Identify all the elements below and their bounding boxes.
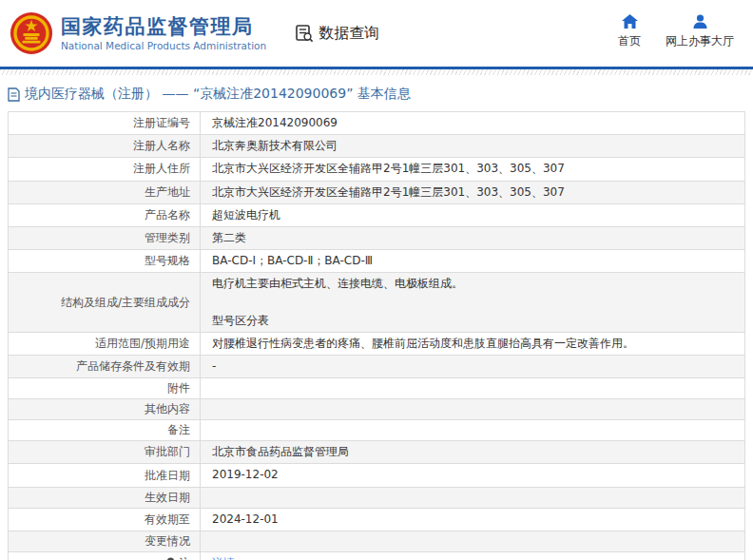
table-row: 批准日期2019-12-02	[9, 464, 744, 487]
row-label: 注册证编号	[9, 112, 201, 134]
row-label: 适用范围/预期用途	[9, 333, 201, 355]
row-label-text: 管理类别	[145, 230, 190, 246]
site-header: 国家药品监督管理局 National Medical Products Admi…	[0, 0, 753, 67]
row-label-text: 有效期至	[145, 512, 190, 528]
nav-home-label: 首页	[618, 33, 641, 49]
table-row: 生产地址北京市大兴区经济开发区全辅路甲2号1幢三层301、303、305、307	[9, 182, 744, 204]
nav-service-hall-label: 网上办事大厅	[666, 33, 734, 49]
row-value-text: 电疗机主要由柜式主机、连接电缆、电极板组成。 型号区分表	[212, 275, 463, 330]
info-table: 注册证编号京械注准20142090069注册人名称北京奔奥新技术有限公司注册人住…	[8, 111, 745, 560]
table-row: 注册人名称北京奔奥新技术有限公司	[9, 135, 744, 158]
nav-home[interactable]: 首页	[618, 14, 641, 49]
row-value	[201, 399, 744, 419]
row-label-text: 附件	[167, 380, 190, 396]
row-label: 生产地址	[9, 182, 201, 203]
logo-block: 国家药品监督管理局 National Medical Products Admi…	[10, 11, 266, 55]
table-row: 有效期至2024-12-01	[9, 509, 744, 531]
row-value: 超短波电疗机	[201, 204, 744, 226]
row-value: 对腰椎退行性病变患者的疼痛、腰椎前屈活动度和患肢直腿抬高具有一定改善作用。	[201, 333, 744, 355]
row-label: 备注	[9, 420, 201, 440]
row-value-text: 第二类	[212, 229, 246, 247]
row-value-text: 北京市食品药品监督管理局	[212, 443, 349, 461]
row-label: 生效日期	[9, 488, 201, 508]
row-label-text: 生效日期	[145, 490, 190, 506]
page-title: 境内医疗器械（注册） —— “京械注准20142090069” 基本信息	[25, 86, 411, 103]
row-label-text: 产品储存条件及有效期	[76, 358, 190, 375]
data-query-label: 数据查询	[319, 24, 379, 44]
row-value-text: 北京奔奥新技术有限公司	[212, 137, 338, 155]
row-label: 产品储存条件及有效期	[9, 356, 201, 377]
row-label-text: 产品名称	[145, 207, 190, 223]
row-value: 北京市食品药品监督管理局	[201, 441, 744, 463]
row-label-text: 注册证编号	[133, 115, 190, 131]
table-row: 产品储存条件及有效期-	[9, 356, 744, 378]
right-nav: 首页 网上办事大厅	[618, 14, 734, 49]
org-name-en: National Medical Products Administration	[61, 40, 266, 51]
row-value: 详情	[201, 552, 744, 560]
table-row: 变更情况	[9, 531, 744, 552]
row-value: 京械注准20142090069	[201, 112, 744, 134]
row-value: 2024-12-01	[201, 509, 744, 531]
table-row: 适用范围/预期用途对腰椎退行性病变患者的疼痛、腰椎前屈活动度和患肢直腿抬高具有一…	[9, 333, 744, 356]
row-label: 变更情况	[9, 531, 201, 551]
row-label-text: 其他内容	[145, 401, 190, 417]
nav-service-hall[interactable]: 网上办事大厅	[666, 14, 734, 49]
row-label-text: 注	[179, 555, 190, 560]
row-label-text: 生产地址	[145, 184, 190, 201]
row-label-text: 结构及组成/主要组成成分	[61, 295, 190, 311]
row-label-text: 变更情况	[145, 533, 190, 550]
row-value: 第二类	[201, 227, 744, 249]
table-row: 型号规格BA-CD-Ⅰ；BA-CD-Ⅱ；BA-CD-Ⅲ	[9, 250, 744, 273]
row-label: 注册人住所	[9, 158, 201, 180]
hatch-band	[0, 69, 753, 75]
row-value-text: 2019-12-02	[212, 466, 279, 484]
row-value: 2019-12-02	[201, 464, 744, 486]
row-label: 管理类别	[9, 227, 201, 249]
row-value-text: 超短波电疗机	[212, 206, 280, 224]
table-row: 审批部门北京市食品药品监督管理局	[9, 441, 744, 464]
row-label-text: 型号规格	[145, 253, 190, 269]
table-row: 结构及组成/主要组成成分电疗机主要由柜式主机、连接电缆、电极板组成。 型号区分表	[9, 273, 744, 333]
row-value-text: 2024-12-01	[212, 511, 279, 529]
nav-data-query[interactable]: 数据查询	[295, 24, 379, 44]
table-row: 其他内容	[9, 399, 744, 420]
row-label: 结构及组成/主要组成成分	[9, 273, 201, 332]
table-row: 注详情	[9, 552, 744, 560]
row-label: 有效期至	[9, 509, 201, 531]
detail-link[interactable]: 详情	[212, 554, 235, 560]
national-emblem-icon	[10, 11, 53, 55]
row-label: 型号规格	[9, 250, 201, 272]
row-value: -	[201, 356, 744, 377]
table-row: 生效日期	[9, 488, 744, 509]
row-value: 北京市大兴区经济开发区全辅路甲2号1幢三层301、303、305、307	[201, 158, 744, 180]
row-label-text: 适用范围/预期用途	[95, 336, 190, 352]
table-row: 附件	[9, 378, 744, 399]
row-label: 注册人名称	[9, 135, 201, 157]
row-value-text: BA-CD-Ⅰ；BA-CD-Ⅱ；BA-CD-Ⅲ	[212, 252, 373, 270]
table-row: 备注	[9, 420, 744, 441]
row-value: 电疗机主要由柜式主机、连接电缆、电极板组成。 型号区分表	[201, 273, 744, 332]
row-label: 附件	[9, 378, 201, 398]
row-value	[201, 378, 744, 398]
row-value: 北京市大兴区经济开发区全辅路甲2号1幢三层301、303、305、307	[201, 182, 744, 203]
row-label: 注	[9, 552, 201, 560]
row-label: 产品名称	[9, 204, 201, 226]
row-value-text: 北京市大兴区经济开发区全辅路甲2号1幢三层301、303、305、307	[212, 160, 565, 178]
breadcrumb: 境内医疗器械（注册） —— “京械注准20142090069” 基本信息	[8, 86, 745, 103]
row-value	[201, 531, 744, 551]
data-query-icon	[295, 24, 314, 43]
org-names: 国家药品监督管理局 National Medical Products Admi…	[61, 15, 266, 51]
row-value-text: 对腰椎退行性病变患者的疼痛、腰椎前屈活动度和患肢直腿抬高具有一定改善作用。	[212, 335, 634, 353]
row-value	[201, 420, 744, 440]
row-label-text: 注册人名称	[133, 138, 190, 154]
org-name-cn: 国家药品监督管理局	[61, 15, 266, 38]
row-value-text: 北京市大兴区经济开发区全辅路甲2号1幢三层301、303、305、307	[212, 183, 565, 202]
home-icon	[622, 14, 638, 29]
row-label-text: 注册人住所	[133, 161, 190, 177]
table-row: 注册人住所北京市大兴区经济开发区全辅路甲2号1幢三层301、303、305、30…	[9, 158, 744, 181]
row-label-text: 备注	[167, 422, 190, 438]
row-value-text: 京械注准20142090069	[212, 114, 338, 132]
row-value-text: -	[212, 357, 216, 376]
user-icon	[693, 14, 707, 29]
row-label: 其他内容	[9, 399, 201, 419]
